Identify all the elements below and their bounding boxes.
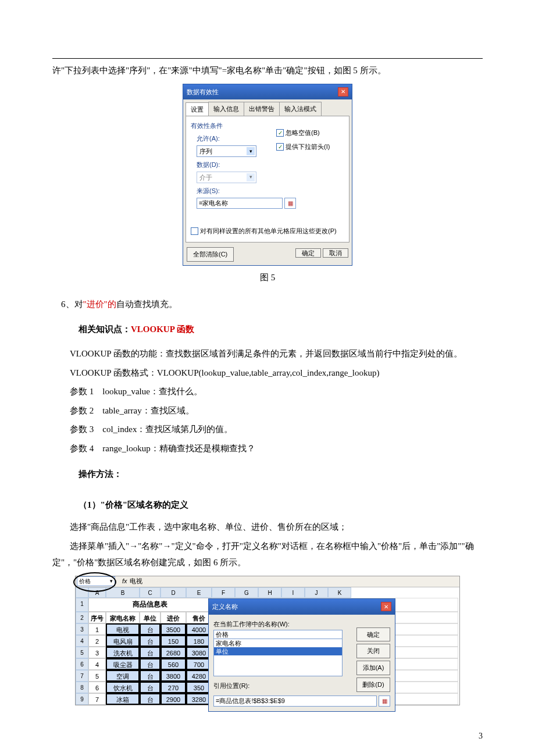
select-all-corner[interactable] — [76, 587, 88, 598]
apply-all-checkbox[interactable]: 对有同样设置的所有其他单元格应用这些更改(P) — [191, 225, 344, 237]
header-cell[interactable]: 序号 — [88, 612, 106, 623]
figure5-caption: 图 5 — [52, 269, 483, 286]
row-header[interactable]: 6 — [76, 658, 88, 670]
col-header[interactable]: E — [186, 587, 212, 598]
param3: 参数 3 col_index：查找区域第几列的值。 — [52, 421, 483, 438]
cell[interactable]: 560 — [160, 658, 186, 670]
dropdown-checkbox[interactable]: ✓ 提供下拉箭头(I) — [276, 141, 330, 153]
cell[interactable]: 1 — [88, 623, 106, 635]
section1-p1: 选择"商品信息"工作表，选中家电名称、单位、进价、售价所在的区域； — [52, 519, 483, 536]
col-header[interactable]: C — [140, 587, 160, 598]
row-header[interactable]: 5 — [76, 647, 88, 658]
add-button[interactable]: 添加(A) — [356, 661, 390, 675]
col-header[interactable]: F — [212, 587, 235, 598]
cell[interactable]: 台 — [140, 670, 160, 682]
cancel-button[interactable]: 取消 — [323, 248, 348, 258]
cell[interactable]: 270 — [160, 682, 186, 693]
dialog-title: 数据有效性 — [187, 86, 219, 98]
col-header[interactable]: D — [160, 587, 186, 598]
cell[interactable]: 台 — [140, 635, 160, 647]
range-picker-icon[interactable]: ▦ — [379, 696, 390, 707]
header-cell[interactable]: 进价 — [160, 612, 186, 623]
list-item[interactable]: 价格 — [214, 630, 342, 639]
page-number: 3 — [52, 729, 483, 744]
ref-input[interactable] — [213, 696, 377, 707]
ok-button[interactable]: 确定 — [356, 627, 390, 642]
close-icon[interactable]: ✕ — [381, 602, 391, 611]
dialog-title: 定义名称 — [212, 601, 238, 613]
row-header[interactable]: 1 — [76, 598, 88, 612]
cell[interactable]: 饮水机 — [106, 682, 140, 693]
col-header[interactable]: I — [281, 587, 305, 598]
allow-select[interactable]: 序列 ▾ — [197, 145, 256, 157]
apply-all-label: 对有同样设置的所有其他单元格应用这些更改(P) — [200, 225, 337, 237]
row-header[interactable]: 4 — [76, 635, 88, 647]
header-cell[interactable]: 家电名称 — [106, 612, 140, 623]
table-title[interactable]: 商品信息表 — [88, 598, 212, 612]
cell[interactable]: 洗衣机 — [106, 647, 140, 658]
cell[interactable]: 吸尘器 — [106, 658, 140, 670]
cell[interactable]: 冰箱 — [106, 693, 140, 705]
cell[interactable]: 4 — [88, 658, 106, 670]
top-rule — [52, 58, 483, 59]
col-header[interactable]: B — [106, 587, 140, 598]
row-header[interactable]: 9 — [76, 693, 88, 705]
range-picker-icon[interactable]: ▦ — [284, 198, 296, 209]
chevron-down-icon: ▾ — [247, 173, 255, 181]
cell[interactable]: 电风扇 — [106, 635, 140, 647]
tab-settings[interactable]: 设置 — [186, 102, 209, 116]
cell[interactable]: 6 — [88, 682, 106, 693]
cell[interactable]: 7 — [88, 693, 106, 705]
intro-text: 许"下拉列表中选择"序列"，在"来源"中填写"=家电名称"单击"确定"按钮，如图… — [52, 62, 483, 79]
col-header[interactable]: G — [235, 587, 258, 598]
name-box[interactable]: 价格 ▾ — [77, 576, 115, 586]
row-header[interactable]: 7 — [76, 670, 88, 682]
cell[interactable]: 台 — [140, 682, 160, 693]
step6-suffix: 自动查找填充。 — [116, 299, 177, 309]
col-header[interactable]: K — [328, 587, 351, 598]
cell[interactable]: 2 — [88, 635, 106, 647]
cell[interactable]: 台 — [140, 658, 160, 670]
col-header[interactable]: A — [88, 587, 106, 598]
knowledge-point: 相关知识点：VLOOKUP 函数 — [79, 321, 483, 338]
param2: 参数 2 table_array：查找区域。 — [52, 402, 483, 419]
cell[interactable]: 3800 — [160, 670, 186, 682]
cell[interactable]: 台 — [140, 623, 160, 635]
row-header[interactable]: 2 — [76, 612, 88, 623]
list-item[interactable]: 单位 — [214, 647, 342, 655]
names-listbox[interactable]: 价格 家电名称 单位 — [213, 630, 343, 676]
dialog-body: 有效性条件 允许(A): 序列 ▾ 数据(D): 介于 ▾ 来源(S): =家电… — [186, 116, 349, 242]
param1: 参数 1 lookup_value：查找什么。 — [52, 383, 483, 400]
source-input[interactable]: =家电名称 — [197, 198, 283, 209]
cell[interactable]: 2680 — [160, 647, 186, 658]
row-header[interactable]: 8 — [76, 682, 88, 693]
cell[interactable]: 3 — [88, 647, 106, 658]
step6-highlight: "进价"的 — [83, 299, 116, 309]
cell[interactable]: 5 — [88, 670, 106, 682]
cell[interactable]: 2900 — [160, 693, 186, 705]
clear-all-button[interactable]: 全部清除(C) — [187, 247, 234, 262]
tab-error-alert[interactable]: 出错警告 — [244, 102, 280, 116]
cell[interactable]: 150 — [160, 635, 186, 647]
cell[interactable]: 空调 — [106, 670, 140, 682]
column-headers: A B C D E F G H I J K — [88, 587, 458, 598]
col-header[interactable]: H — [258, 587, 281, 598]
delete-button[interactable]: 删除(D) — [356, 677, 390, 692]
cell[interactable]: 台 — [140, 647, 160, 658]
vlookup-format: VLOOKUP 函数格式：VLOOKUP(lookup_value,table_… — [52, 365, 483, 381]
row-header[interactable]: 3 — [76, 623, 88, 635]
tab-input-msg[interactable]: 输入信息 — [208, 102, 244, 116]
step6-prefix: 6、对 — [61, 299, 83, 309]
col-header[interactable]: J — [305, 587, 328, 598]
close-icon[interactable]: ✕ — [338, 87, 348, 97]
cell[interactable]: 3500 — [160, 623, 186, 635]
header-cell[interactable]: 单位 — [140, 612, 160, 623]
cell[interactable]: 电视 — [106, 623, 140, 635]
list-item[interactable]: 家电名称 — [214, 639, 342, 647]
ok-button[interactable]: 确定 — [295, 248, 321, 258]
tab-ime[interactable]: 输入法模式 — [279, 102, 322, 116]
cell[interactable]: 台 — [140, 693, 160, 705]
close-button[interactable]: 关闭 — [356, 644, 390, 658]
section1-p2: 选择菜单"插入"→"名称"→"定义"命令，打开"定义名称"对话框，在名称框中输入… — [52, 538, 483, 571]
ignore-blank-checkbox[interactable]: ✓ 忽略空值(B) — [276, 127, 330, 139]
